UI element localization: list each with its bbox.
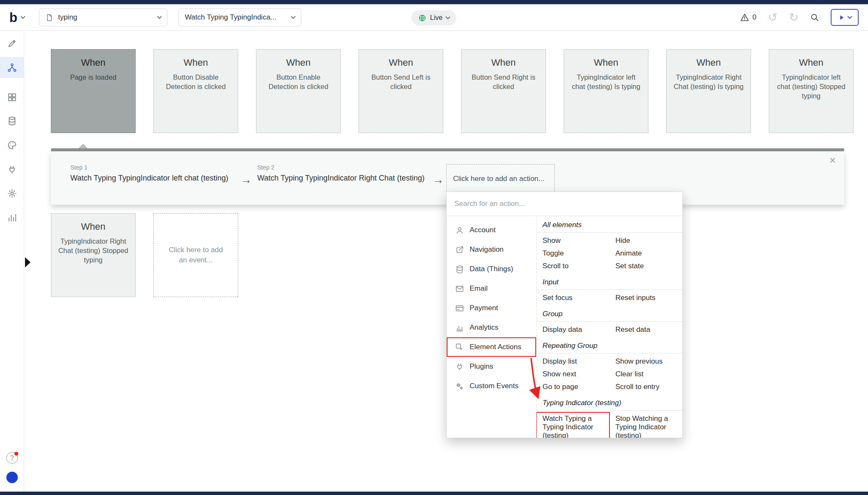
- event-card[interactable]: WhenButton Send Left is clicked: [359, 49, 443, 133]
- arrow-right-icon: →: [240, 173, 252, 186]
- action-item-set-focus[interactable]: Set focus: [537, 292, 609, 304]
- action-item-reset-data[interactable]: Reset data: [609, 323, 682, 336]
- events-row-1: WhenPage is loadedWhenButton Disable Det…: [51, 49, 854, 133]
- payment-icon: [455, 304, 464, 313]
- workflow-step-2[interactable]: Step 2 Watch Typing TypingIndicator Righ…: [257, 164, 425, 183]
- panel-pointer: [78, 144, 88, 148]
- workflow-selector-value: Watch Typing TypingIndica...: [185, 13, 287, 22]
- status-dot[interactable]: [6, 472, 18, 483]
- sidebar-item-components[interactable]: [0, 86, 24, 108]
- category-account[interactable]: Account: [447, 220, 536, 240]
- section-items: Set focusReset inputs: [537, 290, 682, 306]
- step-name: Watch Typing TypingIndicator Right Chat …: [257, 174, 425, 183]
- action-item-show-previous[interactable]: Show previous: [609, 355, 682, 368]
- category-payment[interactable]: Payment: [447, 298, 536, 318]
- workflow-canvas: WhenPage is loadedWhenButton Disable Det…: [24, 31, 868, 492]
- event-card[interactable]: WhenButton Send Right is clicked: [461, 49, 546, 133]
- action-item-display-data[interactable]: Display data: [537, 323, 609, 336]
- add-event-button[interactable]: Click here to add an event...: [153, 213, 238, 297]
- page-selector[interactable]: typing: [39, 8, 167, 26]
- sidebar-item-data[interactable]: [0, 110, 24, 131]
- action-item-reset-inputs[interactable]: Reset inputs: [609, 292, 682, 304]
- action-item-display-list[interactable]: Display list: [537, 355, 609, 368]
- bubble-logo-menu[interactable]: b: [8, 11, 26, 24]
- chevron-down-icon: [291, 14, 295, 19]
- event-card[interactable]: WhenButton Enable Detection is clicked: [256, 49, 341, 133]
- sidebar-item-design[interactable]: [0, 33, 24, 54]
- help-button[interactable]: ?: [6, 452, 18, 464]
- action-item-go-to-page[interactable]: Go to page: [537, 381, 609, 393]
- event-card[interactable]: WhenTypingIndicator left chat (testing) …: [769, 49, 854, 133]
- workflow-step-1[interactable]: Step 1 Watch Typing TypingIndicator left…: [70, 164, 228, 183]
- category-list: AccountNavigationData (Things)EmailPayme…: [447, 216, 537, 438]
- sidebar-item-logs[interactable]: [0, 207, 24, 228]
- category-label: Data (Things): [470, 265, 513, 273]
- add-action-label: Click here to add an action...: [453, 175, 544, 183]
- preview-run-button[interactable]: [831, 9, 859, 26]
- sidebar-item-plugins[interactable]: [0, 159, 24, 180]
- step-name: Watch Typing TypingIndicator left chat (…: [70, 174, 228, 183]
- category-custom-events[interactable]: Custom Events: [447, 376, 536, 396]
- event-card-subtitle: TypingIndicator Right Chat (testing) Sto…: [56, 237, 130, 264]
- step-label: Step 1: [70, 164, 228, 171]
- search-icon[interactable]: [810, 13, 819, 22]
- sidebar-item-styles[interactable]: [0, 134, 24, 156]
- sidebar-items: [0, 31, 24, 492]
- bubble-logo: b: [9, 11, 17, 24]
- issues-indicator[interactable]: 0: [740, 13, 756, 22]
- category-label: Plugins: [470, 362, 493, 371]
- action-item-set-state[interactable]: Set state: [609, 260, 682, 273]
- category-label: Payment: [470, 304, 498, 312]
- event-card-subtitle: TypingIndicator Right Chat (testing) Is …: [672, 73, 746, 92]
- add-action-button[interactable]: Click here to add an action...: [446, 164, 555, 194]
- database-icon: [7, 116, 17, 126]
- event-card[interactable]: WhenTypingIndicator Right Chat (testing)…: [666, 49, 751, 133]
- chevron-down-icon: [446, 14, 451, 19]
- analytics-icon: [455, 323, 464, 332]
- event-card[interactable]: WhenTypingIndicator left chat (testing) …: [564, 49, 648, 133]
- sidebar-item-workflow[interactable]: [0, 57, 24, 78]
- page-icon: [45, 14, 53, 22]
- event-card[interactable]: WhenTypingIndicator Right Chat (testing)…: [51, 213, 136, 297]
- chart-icon: [7, 213, 17, 222]
- sidebar: ?: [0, 31, 24, 492]
- action-item-toggle[interactable]: Toggle: [537, 247, 609, 260]
- action-item-scroll-to[interactable]: Scroll to: [537, 260, 609, 273]
- action-item-show[interactable]: Show: [537, 234, 609, 247]
- section-header: All elements: [537, 217, 682, 233]
- action-item-scroll-to-entry[interactable]: Scroll to entry: [609, 381, 682, 393]
- plug-icon: [7, 165, 17, 175]
- section-items: Watch Typing a Typing Indicator (testing…: [537, 411, 682, 438]
- redo-icon[interactable]: ↻: [789, 12, 798, 23]
- action-picker-popup: AccountNavigationData (Things)EmailPayme…: [446, 192, 683, 438]
- workflow-selector[interactable]: Watch Typing TypingIndica...: [178, 8, 301, 26]
- email-icon: [455, 284, 464, 293]
- action-search-input[interactable]: [454, 200, 675, 208]
- menu-section: Repeating GroupDisplay listShow previous…: [537, 338, 682, 395]
- action-item-animate[interactable]: Animate: [609, 247, 682, 260]
- element-icon: [455, 343, 464, 352]
- grid-icon: [7, 92, 17, 102]
- event-card[interactable]: WhenPage is loaded: [51, 49, 136, 133]
- action-item-stop-watching-a-typing-indicator-testing[interactable]: Stop Watching a Typing Indicator (testin…: [609, 412, 682, 438]
- category-plugins[interactable]: Plugins: [447, 357, 536, 376]
- event-card[interactable]: WhenButton Disable Detection is clicked: [153, 49, 238, 133]
- event-card-title: When: [364, 57, 438, 68]
- action-item-show-next[interactable]: Show next: [537, 368, 609, 381]
- panel-scrollbar[interactable]: [51, 148, 844, 151]
- category-email[interactable]: Email: [447, 279, 536, 298]
- action-item-watch-typing-a-typing-indicator-testing[interactable]: Watch Typing a Typing Indicator (testing…: [537, 412, 609, 438]
- action-item-clear-list[interactable]: Clear list: [609, 368, 682, 381]
- category-analytics[interactable]: Analytics: [447, 318, 536, 337]
- action-search-bar: [447, 192, 682, 216]
- version-selector[interactable]: Live: [412, 10, 456, 25]
- category-navigation[interactable]: Navigation: [447, 240, 536, 259]
- undo-icon[interactable]: ↺: [768, 12, 778, 23]
- sidebar-item-settings[interactable]: [0, 183, 24, 204]
- close-icon[interactable]: ×: [829, 155, 836, 166]
- category-element-actions[interactable]: Element Actions: [447, 337, 536, 357]
- event-card-title: When: [672, 57, 746, 68]
- action-item-hide[interactable]: Hide: [609, 234, 682, 247]
- collapse-arrow-icon[interactable]: [25, 257, 31, 267]
- category-data-things[interactable]: Data (Things): [447, 259, 536, 279]
